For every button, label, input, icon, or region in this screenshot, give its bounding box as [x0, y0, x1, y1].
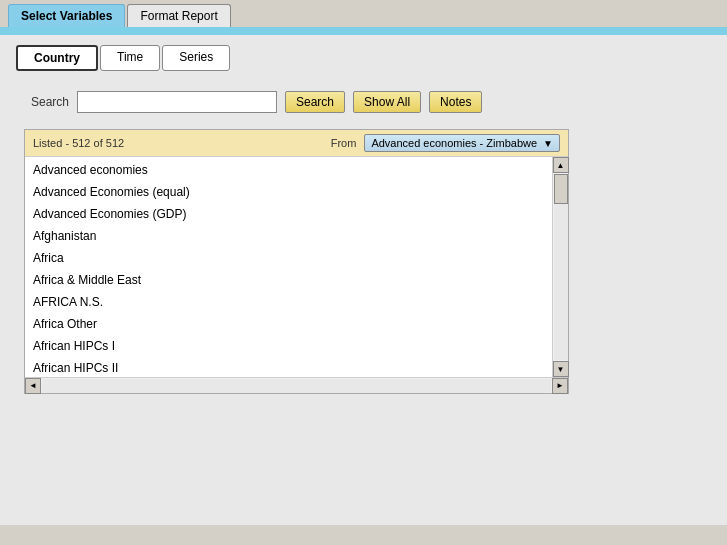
list-item[interactable]: Africa & Middle East [25, 269, 552, 291]
list-item[interactable]: Advanced economies [25, 159, 552, 181]
hscroll-right-button[interactable]: ► [552, 378, 568, 394]
scroll-down-button[interactable]: ▼ [553, 361, 569, 377]
show-all-button[interactable]: Show All [353, 91, 421, 113]
search-row: Search Search Show All Notes [24, 91, 711, 113]
search-input[interactable] [77, 91, 277, 113]
main-tab-bar: Select Variables Format Report [0, 0, 727, 27]
list-item[interactable]: Africa Other [25, 313, 552, 335]
main-content: Country Time Series Search Search Show A… [0, 35, 727, 525]
blue-stripe [0, 27, 727, 35]
from-dropdown-text: Advanced economies - Zimbabwe [371, 137, 537, 149]
search-label: Search [24, 95, 69, 109]
list-item[interactable]: Afghanistan [25, 225, 552, 247]
list-item[interactable]: AFRICA N.S. [25, 291, 552, 313]
vertical-scrollbar[interactable]: ▲ ▼ [552, 157, 568, 377]
list-item[interactable]: African HIPCs I [25, 335, 552, 357]
from-dropdown[interactable]: Advanced economies - Zimbabwe ▼ [364, 134, 560, 152]
horizontal-scrollbar[interactable]: ◄ ► [25, 377, 568, 393]
scroll-track [554, 174, 568, 360]
list-item[interactable]: Advanced Economies (equal) [25, 181, 552, 203]
hscroll-left-button[interactable]: ◄ [25, 378, 41, 394]
sub-tab-country[interactable]: Country [16, 45, 98, 71]
list-body: Advanced economiesAdvanced Economies (eq… [25, 157, 568, 377]
hscroll-track [42, 379, 551, 393]
list-item[interactable]: Africa [25, 247, 552, 269]
tab-format-report[interactable]: Format Report [127, 4, 230, 27]
scroll-thumb[interactable] [554, 174, 568, 204]
list-item[interactable]: Advanced Economies (GDP) [25, 203, 552, 225]
sub-tabs: Country Time Series [16, 45, 711, 71]
list-items: Advanced economiesAdvanced Economies (eq… [25, 157, 552, 377]
sub-tab-series[interactable]: Series [162, 45, 230, 71]
scroll-up-button[interactable]: ▲ [553, 157, 569, 173]
list-container: Listed - 512 of 512 From Advanced econom… [24, 129, 569, 394]
search-button[interactable]: Search [285, 91, 345, 113]
list-header: Listed - 512 of 512 From Advanced econom… [25, 130, 568, 157]
notes-button[interactable]: Notes [429, 91, 482, 113]
tab-select-variables[interactable]: Select Variables [8, 4, 125, 27]
list-item[interactable]: African HIPCs II [25, 357, 552, 377]
list-count-text: Listed - 512 of 512 [33, 137, 124, 149]
chevron-down-icon: ▼ [543, 138, 553, 149]
from-label: From [331, 137, 357, 149]
sub-tab-time[interactable]: Time [100, 45, 160, 71]
